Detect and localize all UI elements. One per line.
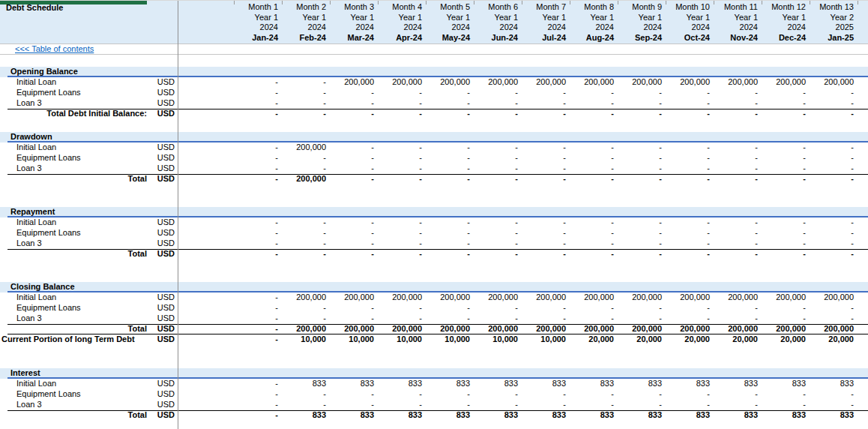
cell-value: - <box>714 249 762 260</box>
cell-value: - <box>618 228 666 238</box>
cell-value: - <box>666 164 714 174</box>
cell-value: - <box>810 88 858 98</box>
cell-value: - <box>522 174 570 184</box>
cell-value: 200,000 <box>810 77 858 88</box>
cell-value: 200,000 <box>570 292 618 303</box>
freeze-pane-divider <box>178 1 178 429</box>
cell-value: - <box>714 303 762 314</box>
cell-value: - <box>570 174 618 184</box>
cell-value: - <box>618 174 666 184</box>
cell-value: - <box>666 303 714 314</box>
spacer <box>178 88 235 98</box>
cell-value: - <box>522 228 570 238</box>
cell-value: 833 <box>379 379 427 389</box>
spacer <box>858 389 868 400</box>
cell-value: - <box>235 400 283 410</box>
spacer <box>858 98 868 109</box>
cell-value: - <box>810 303 858 314</box>
cell-value: 200,000 <box>762 324 810 334</box>
cell-value: - <box>331 238 379 249</box>
cell-value: - <box>810 98 858 109</box>
spacer-row <box>0 184 868 207</box>
cell-value: 833 <box>427 410 474 421</box>
cell-value: - <box>474 153 522 164</box>
cell-value: - <box>427 109 474 119</box>
spacer <box>858 249 868 260</box>
table-row: Initial LoanUSD------------- <box>0 218 868 228</box>
cell-value: 200,000 <box>762 292 810 303</box>
cell-value: - <box>714 109 762 119</box>
table-row: Initial LoanUSD--200,000200,000200,00020… <box>0 77 868 88</box>
section-title: Opening Balance <box>0 67 868 77</box>
cell-value: 200,000 <box>762 77 810 88</box>
cell-value: 200,000 <box>283 142 331 153</box>
cell-value: - <box>618 88 666 98</box>
cell-value: - <box>762 174 810 184</box>
cell-value: 200,000 <box>474 77 522 88</box>
cell-value: 833 <box>331 410 379 421</box>
spacer <box>178 164 235 174</box>
cell-value: 200,000 <box>570 324 618 334</box>
cell-value: 10,000 <box>474 334 522 345</box>
cell-value: - <box>427 238 474 249</box>
section-header: Repayment <box>0 207 868 218</box>
unit-cell: USD <box>150 292 178 303</box>
cell-value: - <box>427 218 474 228</box>
spacer-row <box>0 345 868 368</box>
cell-value: - <box>427 314 474 324</box>
cell-value: 10,000 <box>522 334 570 345</box>
cell-value: - <box>618 98 666 109</box>
row-label: Initial Loan <box>0 142 150 153</box>
cell-value: - <box>714 218 762 228</box>
cell-value: 833 <box>474 379 522 389</box>
cell-value: 10,000 <box>283 334 331 345</box>
spacer <box>178 292 235 303</box>
unit-cell: USD <box>150 153 178 164</box>
cell-value: 200,000 <box>331 292 379 303</box>
cell-value: - <box>570 153 618 164</box>
cell-value: - <box>618 400 666 410</box>
unit-cell: USD <box>150 389 178 400</box>
cell-value: - <box>522 142 570 153</box>
month-header: Month 4Year 12024Apr-24 <box>379 1 427 44</box>
unit-cell: USD <box>150 228 178 238</box>
table-of-contents-link[interactable]: <<< Table of contents <box>15 44 94 54</box>
cell-value: - <box>762 238 810 249</box>
cell-value: - <box>762 303 810 314</box>
cell-value: - <box>810 109 858 119</box>
cell-value: 833 <box>762 379 810 389</box>
cell-value: - <box>283 314 331 324</box>
cell-value: - <box>427 389 474 400</box>
cell-value: - <box>714 98 762 109</box>
row-label: Total <box>0 324 150 334</box>
cell-value: - <box>810 174 858 184</box>
cell-value: - <box>522 98 570 109</box>
cell-value: 200,000 <box>618 292 666 303</box>
cell-value: - <box>666 400 714 410</box>
cell-value: - <box>331 303 379 314</box>
cell-value: - <box>379 109 427 119</box>
cell-value: - <box>235 109 283 119</box>
section-header: Opening Balance <box>0 67 868 77</box>
unit-cell: USD <box>150 142 178 153</box>
spacer <box>178 389 235 400</box>
cell-value: 200,000 <box>331 77 379 88</box>
unit-cell: USD <box>150 174 178 184</box>
section-title: Drawdown <box>0 132 868 142</box>
unit-cell: USD <box>150 218 178 228</box>
cell-value: 833 <box>331 379 379 389</box>
cell-value: - <box>618 153 666 164</box>
cell-value: - <box>474 238 522 249</box>
row-label: Equipment Loans <box>0 153 150 164</box>
cell-value: 20,000 <box>570 334 618 345</box>
cell-value: - <box>714 88 762 98</box>
spacer <box>858 238 868 249</box>
cell-value: - <box>762 88 810 98</box>
cell-value: 200,000 <box>666 292 714 303</box>
cell-value: - <box>714 174 762 184</box>
cell-value: 20,000 <box>714 334 762 345</box>
table-row: Loan 3USD------------- <box>0 164 868 174</box>
cell-value: - <box>331 109 379 119</box>
cell-value: - <box>474 228 522 238</box>
cell-value: 200,000 <box>427 292 474 303</box>
